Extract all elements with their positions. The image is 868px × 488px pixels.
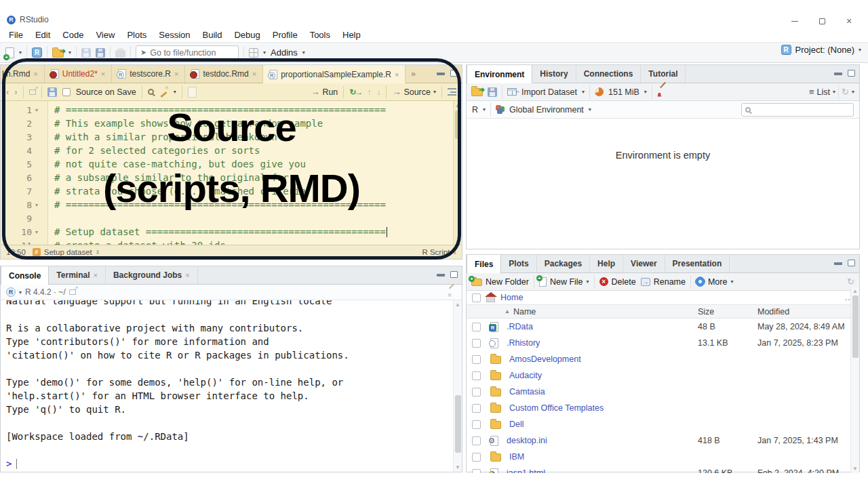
pane-minimize-icon[interactable]: [437, 273, 445, 277]
tab-kh-rmd[interactable]: kh.Rmd ×: [1, 65, 45, 83]
rerun-icon[interactable]: ↻→: [349, 87, 361, 97]
scrollbar-thumb[interactable]: [852, 296, 859, 358]
code-tools-icon[interactable]: [159, 87, 168, 96]
table-row[interactable]: Dell: [467, 416, 859, 432]
folder-link[interactable]: AmosDevelopment: [509, 354, 581, 364]
environment-search-input[interactable]: [753, 105, 842, 115]
table-row[interactable]: .Rhistory 13.1 KB Jan 7, 2025, 8:23 PM: [467, 335, 859, 351]
row-checkbox[interactable]: [472, 420, 481, 429]
menu-debug[interactable]: Debug: [228, 30, 266, 40]
menu-profile[interactable]: Profile: [267, 30, 304, 40]
tab-testdoc-rmd[interactable]: testdoc.Rmd ×: [185, 65, 263, 83]
tab-presentation[interactable]: Presentation: [665, 255, 730, 272]
minimize-button[interactable]: [781, 14, 808, 28]
close-tab-icon[interactable]: ×: [93, 271, 97, 279]
row-checkbox[interactable]: [472, 436, 481, 445]
import-dataset-dropdown[interactable]: ▾: [582, 89, 585, 95]
tab-console[interactable]: Console: [1, 266, 49, 285]
table-row[interactable]: .RData 48 B May 28, 2024, 8:49 AM: [467, 319, 859, 335]
tab-plots[interactable]: Plots: [501, 255, 536, 272]
back-icon[interactable]: ‹: [6, 87, 9, 97]
menu-code[interactable]: Code: [56, 30, 90, 40]
menu-edit[interactable]: Edit: [29, 30, 56, 40]
environment-search-box[interactable]: [741, 103, 854, 117]
pane-minimize-icon[interactable]: [834, 262, 842, 265]
close-tab-icon[interactable]: ×: [174, 70, 178, 78]
tab-history[interactable]: History: [532, 65, 576, 83]
fold-icon[interactable]: ▾: [32, 107, 41, 113]
column-modified[interactable]: Modified: [757, 307, 789, 317]
table-row[interactable]: Custom Office Templates: [467, 400, 859, 416]
print-icon[interactable]: [115, 50, 125, 58]
tab-background-jobs[interactable]: Background Jobs ×: [106, 266, 198, 284]
tab-proportional-sample-example[interactable]: proportionalSampleExample.R ×: [263, 65, 406, 83]
close-tab-icon[interactable]: ×: [395, 70, 399, 79]
new-file-button[interactable]: New File ▾: [539, 277, 589, 287]
file-type-menu[interactable]: R Script ⇕: [422, 248, 456, 256]
menu-tools[interactable]: Tools: [304, 30, 336, 40]
pane-minimize-icon[interactable]: [834, 72, 842, 75]
row-checkbox[interactable]: [472, 388, 481, 396]
new-project-icon[interactable]: R: [32, 47, 42, 58]
source-button[interactable]: → Source ▾: [392, 87, 436, 97]
list-view-dropdown[interactable]: ▾: [833, 89, 835, 95]
runtime-dropdown[interactable]: ▾: [483, 106, 486, 113]
more-button[interactable]: More ▾: [696, 277, 734, 287]
folder-link[interactable]: Camtasia: [509, 387, 545, 396]
previous-section-icon[interactable]: ↑: [367, 87, 371, 97]
clear-console-icon[interactable]: [448, 288, 456, 297]
save-source-icon[interactable]: [47, 87, 57, 97]
row-checkbox[interactable]: [472, 404, 481, 413]
addins-button[interactable]: Addins: [271, 47, 298, 58]
refresh-dropdown[interactable]: ▾: [852, 89, 854, 95]
tab-testscore-r[interactable]: testscore.R ×: [112, 65, 185, 83]
pane-layout-dropdown[interactable]: ▾: [263, 49, 266, 56]
pane-maximize-icon[interactable]: [450, 271, 458, 278]
folder-link[interactable]: Audacity: [509, 371, 542, 380]
console-popout-icon[interactable]: [69, 289, 76, 295]
fold-icon[interactable]: ▾: [32, 202, 41, 208]
file-link[interactable]: .Rhistory: [507, 338, 540, 348]
close-tab-icon[interactable]: ×: [33, 70, 37, 78]
row-checkbox[interactable]: [472, 355, 481, 364]
table-row[interactable]: IBM: [467, 449, 859, 465]
rename-button[interactable]: → Rename: [641, 277, 686, 287]
menu-plots[interactable]: Plots: [121, 30, 153, 40]
compile-report-icon[interactable]: [188, 87, 197, 98]
tab-untitled2[interactable]: Untitled2* ×: [45, 65, 112, 83]
editor-scrollbar[interactable]: ▲: [453, 101, 462, 245]
save-all-icon[interactable]: [96, 48, 105, 58]
import-dataset-label[interactable]: Import Dataset: [521, 87, 577, 97]
addins-dropdown[interactable]: ▾: [302, 49, 305, 56]
tab-files[interactable]: Files: [467, 255, 501, 273]
close-tab-icon[interactable]: ×: [101, 70, 105, 78]
refresh-icon[interactable]: ↻: [842, 87, 849, 97]
tab-viewer[interactable]: Viewer: [623, 255, 665, 272]
next-section-icon[interactable]: ↓: [376, 87, 380, 97]
pane-maximize-icon[interactable]: [848, 70, 855, 77]
menu-file[interactable]: File: [3, 30, 29, 40]
environment-selector[interactable]: Global Environment: [509, 105, 584, 115]
scrollbar-thumb[interactable]: [455, 110, 461, 139]
memory-dropdown[interactable]: ▾: [644, 89, 647, 95]
close-tab-icon[interactable]: ×: [185, 271, 189, 279]
pane-layout-icon[interactable]: [249, 48, 258, 58]
source-on-save-checkbox[interactable]: [62, 88, 71, 96]
row-checkbox[interactable]: [472, 323, 481, 331]
new-folder-button[interactable]: New Folder: [471, 277, 529, 287]
new-file-icon[interactable]: [5, 47, 14, 58]
folder-link[interactable]: IBM: [509, 452, 524, 462]
list-view-label[interactable]: List: [817, 87, 830, 97]
folder-link[interactable]: Custom Office Templates: [509, 403, 604, 413]
tab-tutorial[interactable]: Tutorial: [641, 65, 686, 83]
select-all-checkbox[interactable]: [472, 293, 481, 302]
file-link[interactable]: jasp1.html: [507, 468, 545, 473]
row-checkbox[interactable]: [472, 469, 481, 474]
close-button[interactable]: ×: [835, 14, 863, 28]
column-name[interactable]: ▲ Name: [467, 307, 536, 317]
scrollbar-thumb[interactable]: [455, 395, 461, 453]
goto-file-input[interactable]: [150, 48, 228, 58]
tab-terminal[interactable]: Terminal ×: [49, 266, 106, 284]
console-scrollbar[interactable]: ▲ ▼: [453, 300, 462, 472]
maximize-button[interactable]: [808, 14, 835, 28]
